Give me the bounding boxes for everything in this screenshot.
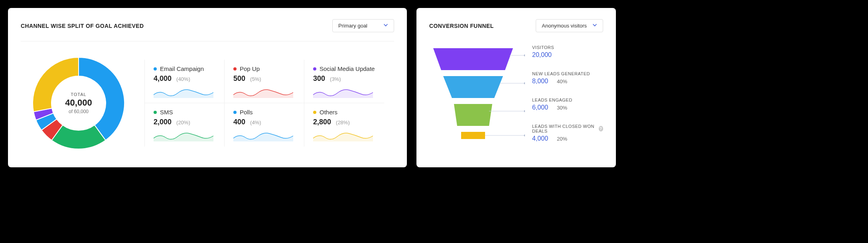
channel-cell: Others 2,800 (28%) xyxy=(304,103,384,147)
channel-values: 4,000 (40%) xyxy=(154,74,215,83)
channel-value: 2,800 xyxy=(313,118,331,126)
card-header: CHANNEL WISE SPLIT OF GOAL ACHIEVED Prim… xyxy=(21,19,394,41)
chevron-down-icon xyxy=(383,23,388,29)
sparkline xyxy=(233,86,293,98)
sparkline xyxy=(154,86,213,98)
stage-label: NEW LEADS GENERATED xyxy=(532,71,603,76)
channel-split-card: CHANNEL WISE SPLIT OF GOAL ACHIEVED Prim… xyxy=(8,8,407,167)
channel-pct: (40%) xyxy=(176,76,190,82)
sparkline xyxy=(313,86,373,98)
donut-center: TOTAL 40,000 of 60,000 xyxy=(29,53,128,153)
sparkline xyxy=(313,129,373,141)
channel-pct: (3%) xyxy=(330,76,341,82)
channel-cell: Pop Up 500 (5%) xyxy=(225,60,304,103)
dropdown-label: Primary goal xyxy=(338,23,367,29)
donut-total-value: 40,000 xyxy=(65,98,92,108)
stage-value: 20,000 xyxy=(532,51,552,59)
help-icon[interactable]: ? xyxy=(599,126,603,131)
dropdown-label: Anonymous visitors xyxy=(542,23,587,29)
channel-name-row: Email Campaign xyxy=(154,65,215,72)
channel-values: 500 (5%) xyxy=(233,74,295,83)
channel-values: 2,000 (20%) xyxy=(154,118,215,126)
stage-label: VISITORS xyxy=(532,45,603,50)
card-header: CONVERSION FUNNEL Anonymous visitors xyxy=(429,19,603,36)
channel-cell: SMS 2,000 (20%) xyxy=(145,103,225,147)
channel-grid: Email Campaign 4,000 (40%) Pop Up 500 (5… xyxy=(144,60,394,147)
stage-value: 4,000 xyxy=(532,135,548,142)
channel-value: 2,000 xyxy=(154,118,172,126)
channel-cell: Email Campaign 4,000 (40%) xyxy=(145,60,225,103)
card-title: CHANNEL WISE SPLIT OF GOAL ACHIEVED xyxy=(21,23,144,29)
channel-name-row: SMS xyxy=(154,109,215,116)
channel-value: 4,000 xyxy=(154,74,172,83)
svg-point-2 xyxy=(524,55,525,57)
channel-name: SMS xyxy=(160,109,173,116)
svg-marker-6 xyxy=(454,104,492,126)
goal-dropdown[interactable]: Primary goal xyxy=(332,19,394,32)
color-dot xyxy=(313,111,316,114)
channel-name-row: Others xyxy=(313,109,375,116)
channel-value: 500 xyxy=(233,74,245,83)
stage-value: 8,000 xyxy=(532,78,548,85)
channel-values: 2,800 (28%) xyxy=(313,118,375,126)
funnel-stage: LEADS WITH CLOSED WON DEALS? 4,000 20% xyxy=(532,124,603,142)
channel-pct: (20%) xyxy=(176,120,190,125)
stage-label: LEADS WITH CLOSED WON DEALS? xyxy=(532,124,603,133)
channel-value: 400 xyxy=(233,118,245,126)
card-title: CONVERSION FUNNEL xyxy=(429,23,494,29)
funnel-labels: VISITORS 20,000 NEW LEADS GENERATED 8,00… xyxy=(532,44,603,142)
color-dot xyxy=(233,67,237,71)
stage-pct: 40% xyxy=(557,78,567,84)
channel-pct: (4%) xyxy=(250,120,261,125)
svg-marker-3 xyxy=(443,76,503,98)
svg-marker-9 xyxy=(461,132,485,139)
color-dot xyxy=(154,111,157,114)
chevron-down-icon xyxy=(592,23,597,29)
channel-name: Email Campaign xyxy=(160,65,204,72)
sparkline xyxy=(154,129,213,141)
channel-pct: (28%) xyxy=(336,120,350,125)
funnel-stage: VISITORS 20,000 xyxy=(532,45,603,59)
funnel-stage: LEADS ENGAGED 6,000 30% xyxy=(532,98,603,111)
svg-point-8 xyxy=(524,110,525,112)
conversion-funnel-card: CONVERSION FUNNEL Anonymous visitors VIS… xyxy=(416,8,616,167)
donut-total-sub: of 60,000 xyxy=(69,109,89,114)
color-dot xyxy=(154,67,157,71)
channel-values: 400 (4%) xyxy=(233,118,295,126)
stage-pct: 20% xyxy=(557,136,567,142)
channel-cell: Polls 400 (4%) xyxy=(225,103,304,147)
sparkline xyxy=(233,129,293,141)
visitor-dropdown[interactable]: Anonymous visitors xyxy=(536,19,603,32)
funnel-chart xyxy=(429,44,525,156)
stage-label: LEADS ENGAGED xyxy=(532,98,603,102)
channel-pct: (5%) xyxy=(250,76,261,82)
stage-pct: 30% xyxy=(557,105,567,111)
donut-chart: TOTAL 40,000 of 60,000 xyxy=(29,53,128,153)
channel-name: Polls xyxy=(240,109,253,116)
svg-marker-0 xyxy=(433,48,513,70)
color-dot xyxy=(233,111,237,114)
channel-name: Pop Up xyxy=(240,65,260,72)
funnel-stage: NEW LEADS GENERATED 8,000 40% xyxy=(532,71,603,85)
channel-name-row: Polls xyxy=(233,109,295,116)
color-dot xyxy=(313,67,316,71)
channel-value: 300 xyxy=(313,74,325,83)
channel-values: 300 (3%) xyxy=(313,74,375,83)
svg-point-5 xyxy=(524,82,525,84)
donut-total-label: TOTAL xyxy=(71,92,86,97)
channel-name: Social Media Update xyxy=(320,65,375,72)
channel-name: Others xyxy=(320,109,337,116)
channel-name-row: Pop Up xyxy=(233,65,295,72)
stage-value: 6,000 xyxy=(532,104,548,111)
channel-cell: Social Media Update 300 (3%) xyxy=(304,60,384,103)
svg-point-11 xyxy=(524,135,525,137)
channel-name-row: Social Media Update xyxy=(313,65,375,72)
